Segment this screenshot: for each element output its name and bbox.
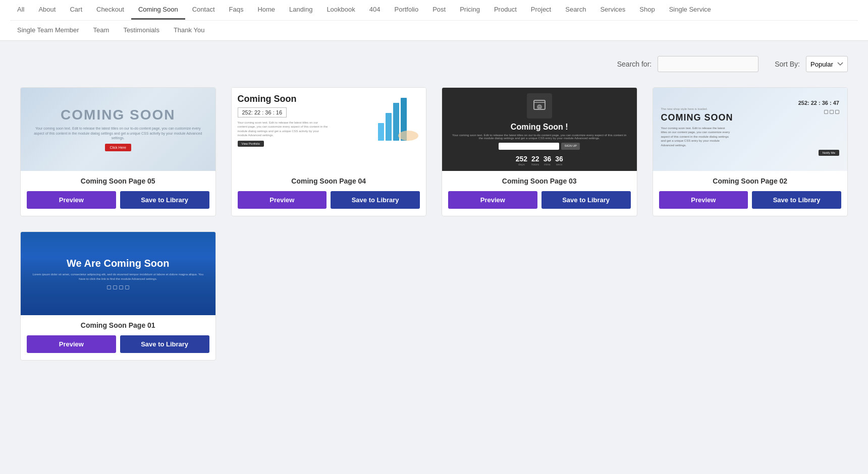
thumb-btn: View Portfolio bbox=[238, 141, 264, 147]
card-title-page-02: Coming Soon Page 02 bbox=[659, 177, 842, 185]
nav-item-pricing[interactable]: Pricing bbox=[453, 1, 487, 20]
nav-item-home[interactable]: Home bbox=[250, 1, 282, 20]
preview-button-page-02[interactable]: Preview bbox=[659, 191, 748, 209]
nav-row-1: AllAboutCartCheckoutComing SoonContactFa… bbox=[10, 0, 858, 20]
nav-item-checkout[interactable]: Checkout bbox=[89, 1, 131, 20]
card-thumbnail-page-02: The new shop style here is loaded. COMIN… bbox=[653, 88, 848, 171]
card-title-page-05: Coming Soon Page 05 bbox=[27, 177, 209, 185]
nav-item-post[interactable]: Post bbox=[425, 1, 453, 20]
thumb-input-row: SIGN UP bbox=[499, 143, 580, 150]
thumb-dots bbox=[824, 110, 839, 114]
thumb-title: COMING SOON bbox=[61, 107, 175, 123]
nav-item-landing[interactable]: Landing bbox=[282, 1, 319, 20]
card-footer-page-04: Coming Soon Page 04PreviewSave to Librar… bbox=[232, 171, 426, 216]
card-page-04: Coming Soon 252: 22 : 36 : 16 Your comin… bbox=[231, 87, 427, 216]
thumb-title: We Are Coming Soon bbox=[67, 258, 169, 269]
cards-grid-bottom: We Are Coming Soon Lorem ipsum dolor sit… bbox=[20, 231, 848, 361]
thumb-desc: Your coming soon text. Edit to release t… bbox=[21, 126, 215, 141]
thumb-title: Coming Soon ! bbox=[511, 123, 568, 132]
svg-point-4 bbox=[398, 131, 418, 141]
thumb-title: COMING SOON bbox=[661, 112, 733, 123]
nav-item-lookbook[interactable]: Lookbook bbox=[319, 1, 362, 20]
nav-item-404[interactable]: 404 bbox=[362, 1, 388, 20]
nav-item-single-service[interactable]: Single Service bbox=[662, 1, 718, 20]
save-button-page-04[interactable]: Save to Library bbox=[331, 191, 420, 209]
thumb-desc: Your coming soon text. Edit to release t… bbox=[447, 134, 632, 140]
nav-item-product[interactable]: Product bbox=[487, 1, 524, 20]
thumb-desc: Lorem ipsum dolor sit amet, consectetur … bbox=[21, 272, 215, 281]
card-actions-page-05: PreviewSave to Library bbox=[27, 191, 209, 209]
nav-item-cart[interactable]: Cart bbox=[63, 1, 89, 20]
nav-item-contact[interactable]: Contact bbox=[185, 1, 222, 20]
card-title-page-04: Coming Soon Page 04 bbox=[238, 177, 420, 185]
nav-item-team[interactable]: Team bbox=[86, 21, 117, 40]
thumb-small: The new shop style here is loaded. bbox=[661, 107, 708, 110]
sort-label: Sort By: bbox=[775, 60, 800, 68]
search-input[interactable] bbox=[658, 56, 758, 72]
nav-item-testimonials[interactable]: Testimonials bbox=[116, 21, 167, 40]
card-footer-page-01: Coming Soon Page 01PreviewSave to Librar… bbox=[21, 315, 215, 360]
preview-button-page-05[interactable]: Preview bbox=[27, 191, 116, 209]
thumb-title: Coming Soon bbox=[238, 94, 297, 104]
svg-rect-0 bbox=[378, 123, 384, 141]
thumb-dots bbox=[107, 285, 129, 289]
main-content: Search for: Sort By: PopularNewestOldest… bbox=[0, 41, 868, 376]
card-thumbnail-page-03: Coming Soon ! Your coming soon text. Edi… bbox=[442, 88, 637, 171]
svg-rect-1 bbox=[386, 113, 392, 141]
thumb-btn: Notify Me bbox=[819, 150, 839, 156]
card-title-page-03: Coming Soon Page 03 bbox=[448, 177, 631, 185]
nav-item-coming-soon[interactable]: Coming Soon bbox=[131, 1, 185, 20]
nav-item-shop[interactable]: Shop bbox=[632, 1, 662, 20]
card-actions-page-02: PreviewSave to Library bbox=[659, 191, 842, 209]
thumb-desc: Your coming soon text. Edit to release t… bbox=[238, 121, 329, 138]
card-page-02: The new shop style here is loaded. COMIN… bbox=[653, 87, 848, 216]
nav-item-project[interactable]: Project bbox=[524, 1, 558, 20]
card-footer-page-05: Coming Soon Page 05PreviewSave to Librar… bbox=[21, 171, 215, 216]
thumb-desc: Your coming soon text. Edit to release t… bbox=[661, 126, 732, 147]
card-page-05: COMING SOON Your coming soon text. Edit … bbox=[20, 87, 216, 216]
card-page-03: Coming Soon ! Your coming soon text. Edi… bbox=[442, 87, 637, 216]
nav-item-search[interactable]: Search bbox=[558, 1, 593, 20]
card-actions-page-04: PreviewSave to Library bbox=[238, 191, 420, 209]
save-button-page-05[interactable]: Save to Library bbox=[120, 191, 209, 209]
preview-button-page-04[interactable]: Preview bbox=[238, 191, 327, 209]
thumb-timer: 252: 22 : 36 : 47 bbox=[798, 100, 839, 106]
thumb-chart bbox=[375, 93, 421, 143]
card-thumbnail-page-01: We Are Coming Soon Lorem ipsum dolor sit… bbox=[21, 232, 215, 315]
sort-select[interactable]: PopularNewestOldestA-Z bbox=[806, 56, 848, 72]
toolbar: Search for: Sort By: PopularNewestOldest… bbox=[20, 56, 848, 72]
search-label: Search for: bbox=[617, 60, 652, 68]
save-button-page-03[interactable]: Save to Library bbox=[541, 191, 631, 209]
card-actions-page-01: PreviewSave to Library bbox=[27, 335, 209, 353]
preview-button-page-01[interactable]: Preview bbox=[27, 335, 116, 353]
thumb-counters: 252 days 22 hours 36 mins bbox=[516, 155, 563, 166]
card-thumbnail-page-04: Coming Soon 252: 22 : 36 : 16 Your comin… bbox=[232, 88, 426, 171]
cards-grid-top: COMING SOON Your coming soon text. Edit … bbox=[20, 87, 848, 216]
preview-button-page-03[interactable]: Preview bbox=[448, 191, 537, 209]
nav-item-faqs[interactable]: Faqs bbox=[222, 1, 251, 20]
thumb-btn: Click Here bbox=[105, 144, 131, 151]
nav-row-2: Single Team MemberTeamTestimonialsThank … bbox=[10, 20, 858, 40]
card-actions-page-03: PreviewSave to Library bbox=[448, 191, 631, 209]
save-button-page-02[interactable]: Save to Library bbox=[752, 191, 841, 209]
card-page-01: We Are Coming Soon Lorem ipsum dolor sit… bbox=[20, 231, 216, 361]
card-footer-page-03: Coming Soon Page 03PreviewSave to Librar… bbox=[442, 171, 637, 216]
card-title-page-01: Coming Soon Page 01 bbox=[27, 321, 209, 329]
save-button-page-01[interactable]: Save to Library bbox=[120, 335, 209, 353]
thumb-icon bbox=[527, 93, 552, 118]
thumb-timer: 252: 22 : 36 : 16 bbox=[238, 107, 287, 117]
nav-item-services[interactable]: Services bbox=[593, 1, 632, 20]
card-thumbnail-page-05: COMING SOON Your coming soon text. Edit … bbox=[21, 88, 215, 171]
nav-item-single-team-member[interactable]: Single Team Member bbox=[10, 21, 86, 40]
nav-item-portfolio[interactable]: Portfolio bbox=[387, 1, 425, 20]
nav-item-all[interactable]: All bbox=[10, 1, 31, 20]
nav-item-about[interactable]: About bbox=[31, 1, 63, 20]
card-footer-page-02: Coming Soon Page 02PreviewSave to Librar… bbox=[653, 171, 848, 216]
nav-item-thank-you[interactable]: Thank You bbox=[167, 21, 211, 40]
navigation: AllAboutCartCheckoutComing SoonContactFa… bbox=[0, 0, 868, 41]
